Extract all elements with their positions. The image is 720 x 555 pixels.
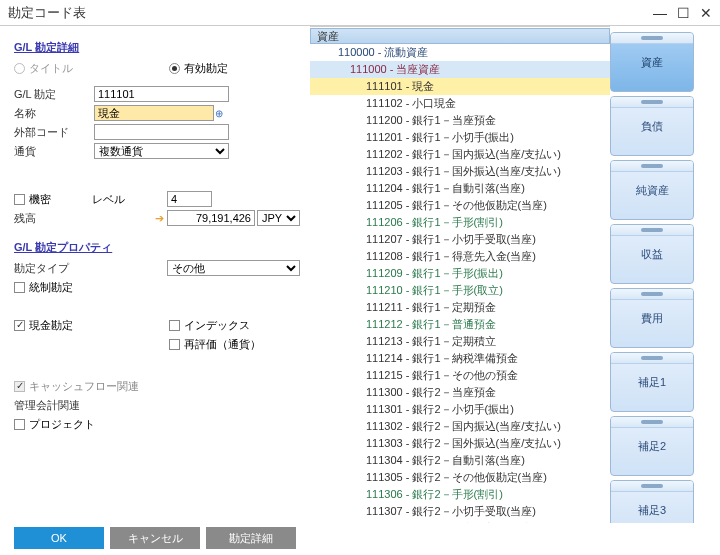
name-input[interactable] (94, 105, 214, 121)
minimize-icon[interactable]: — (653, 5, 667, 21)
cash-checkbox[interactable] (14, 320, 25, 331)
footer: OK キャンセル 勘定詳細 (0, 523, 720, 555)
index-label: インデックス (184, 318, 250, 333)
project-checkbox[interactable] (14, 419, 25, 430)
titlebar: 勘定コード表 — ☐ ✕ (0, 0, 720, 26)
reeval-label: 再評価（通貨） (184, 337, 261, 352)
tree-item[interactable]: 111101 - 現金 (310, 78, 610, 95)
drawer-label: 補足3 (638, 503, 666, 518)
window-title: 勘定コード表 (8, 4, 86, 22)
account-tree[interactable]: 資産 110000 - 流動資産111000 - 当座資産111101 - 現金… (310, 26, 610, 523)
drawer-label: 収益 (641, 247, 663, 262)
tree-item[interactable]: 111205 - 銀行1－その他仮勘定(当座) (310, 197, 610, 214)
arrow-icon: ➔ (155, 212, 164, 225)
drawer-3[interactable]: 収益 (610, 224, 694, 284)
tree-item[interactable]: 111307 - 銀行2－小切手受取(当座) (310, 503, 610, 520)
radio-title-label: タイトル (29, 61, 73, 76)
radio-title[interactable] (14, 63, 25, 74)
tree-item[interactable]: 111204 - 銀行1－自動引落(当座) (310, 180, 610, 197)
drawer-0[interactable]: 資産 (610, 32, 694, 92)
confidential-label: 機密 (29, 192, 92, 207)
tree-item[interactable]: 111206 - 銀行1－手形(割引) (310, 214, 610, 231)
drawer-6[interactable]: 補足2 (610, 416, 694, 476)
control-label: 統制勘定 (29, 280, 73, 295)
acct-type-label: 勘定タイプ (14, 261, 93, 276)
drawer-7[interactable]: 補足3 (610, 480, 694, 523)
drawer-label: 資産 (641, 55, 663, 70)
tree-item[interactable]: 111000 - 当座資産 (310, 61, 610, 78)
form-panel: G/L 勘定詳細 タイトル 有効勘定 G/L 勘定 名称 ⊕ 外部コード (0, 26, 310, 523)
drawer-label: 費用 (641, 311, 663, 326)
drawer-label: 純資産 (636, 183, 669, 198)
cashflow-label: キャッシュフロー関連 (29, 379, 139, 394)
tree-item[interactable]: 111209 - 銀行1－手形(振出) (310, 265, 610, 282)
drawer-2[interactable]: 純資産 (610, 160, 694, 220)
cash-label: 現金勘定 (29, 318, 169, 333)
section-gl-property: G/L 勘定プロパティ (14, 240, 300, 255)
drawer-1[interactable]: 負債 (610, 96, 694, 156)
mgmt-label: 管理会計関連 (14, 398, 94, 413)
level-input[interactable] (167, 191, 212, 207)
balance-currency-select[interactable]: JPY (257, 210, 300, 226)
name-label: 名称 (14, 106, 94, 121)
tree-header[interactable]: 資産 (310, 28, 610, 44)
gl-account-label: G/L 勘定 (14, 87, 94, 102)
tree-item[interactable]: 111301 - 銀行2－小切手(振出) (310, 401, 610, 418)
tree-item[interactable]: 111213 - 銀行1－定期積立 (310, 333, 610, 350)
drawer-label: 補足1 (638, 375, 666, 390)
reeval-checkbox[interactable] (169, 339, 180, 350)
tree-item[interactable]: 111215 - 銀行1－その他の預金 (310, 367, 610, 384)
drawer-label: 負債 (641, 119, 663, 134)
balance-label: 残高 (14, 211, 91, 226)
tree-item[interactable]: 111214 - 銀行1－納税準備預金 (310, 350, 610, 367)
tree-item[interactable]: 111203 - 銀行1－国外振込(当座/支払い) (310, 163, 610, 180)
balance-input[interactable] (167, 210, 255, 226)
tree-item[interactable]: 111302 - 銀行2－国内振込(当座/支払い) (310, 418, 610, 435)
currency-label: 通貨 (14, 144, 94, 159)
category-drawers: 資産負債純資産収益費用補足1補足2補足3 (610, 26, 700, 523)
close-icon[interactable]: ✕ (700, 5, 712, 21)
tree-item[interactable]: 110000 - 流動資産 (310, 44, 610, 61)
tree-item[interactable]: 111212 - 銀行1－普通預金 (310, 316, 610, 333)
confidential-checkbox[interactable] (14, 194, 25, 205)
tree-item[interactable]: 111304 - 銀行2－自動引落(当座) (310, 452, 610, 469)
control-checkbox[interactable] (14, 282, 25, 293)
cashflow-checkbox (14, 381, 25, 392)
tree-item[interactable]: 111211 - 銀行1－定期預金 (310, 299, 610, 316)
detail-button[interactable]: 勘定詳細 (206, 527, 296, 549)
tree-item[interactable]: 111210 - 銀行1－手形(取立) (310, 282, 610, 299)
ok-button[interactable]: OK (14, 527, 104, 549)
radio-active-label: 有効勘定 (184, 61, 228, 76)
level-label: レベル (92, 192, 167, 207)
radio-active[interactable] (169, 63, 180, 74)
tree-item[interactable]: 111202 - 銀行1－国内振込(当座/支払い) (310, 146, 610, 163)
index-checkbox[interactable] (169, 320, 180, 331)
tree-item[interactable]: 111207 - 銀行1－小切手受取(当座) (310, 231, 610, 248)
tree-item[interactable]: 111201 - 銀行1－小切手(振出) (310, 129, 610, 146)
gl-account-input[interactable] (94, 86, 229, 102)
maximize-icon[interactable]: ☐ (677, 5, 690, 21)
drawer-4[interactable]: 費用 (610, 288, 694, 348)
tree-item[interactable]: 111102 - 小口現金 (310, 95, 610, 112)
cancel-button[interactable]: キャンセル (110, 527, 200, 549)
ext-code-label: 外部コード (14, 125, 94, 140)
tree-item[interactable]: 111305 - 銀行2－その他仮勘定(当座) (310, 469, 610, 486)
ext-code-input[interactable] (94, 124, 229, 140)
tree-item[interactable]: 111200 - 銀行1－当座預金 (310, 112, 610, 129)
drawer-5[interactable]: 補足1 (610, 352, 694, 412)
tree-item[interactable]: 111300 - 銀行2－当座預金 (310, 384, 610, 401)
currency-select[interactable]: 複数通貨 (94, 143, 229, 159)
drawer-label: 補足2 (638, 439, 666, 454)
acct-type-select[interactable]: その他 (167, 260, 300, 276)
tree-item[interactable]: 111208 - 銀行1－得意先入金(当座) (310, 248, 610, 265)
section-gl-detail: G/L 勘定詳細 (14, 40, 300, 55)
lookup-icon[interactable]: ⊕ (215, 108, 223, 119)
tree-item[interactable]: 111306 - 銀行2－手形(割引) (310, 486, 610, 503)
tree-item[interactable]: 111303 - 銀行2－国外振込(当座/支払い) (310, 435, 610, 452)
project-label: プロジェクト (29, 417, 95, 432)
